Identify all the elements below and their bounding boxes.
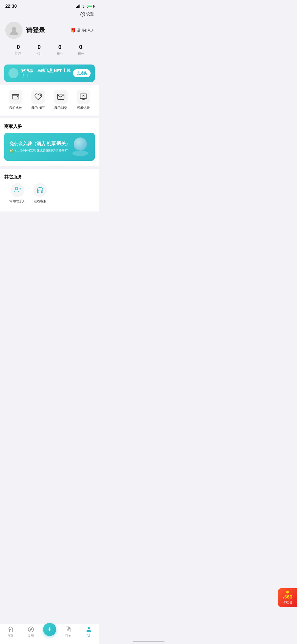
stat-num-dongtai: 0: [17, 44, 20, 50]
svg-point-7: [15, 187, 18, 190]
battery-icon: [87, 5, 94, 8]
avatar[interactable]: [5, 22, 22, 39]
invite-label: 邀请有礼>: [77, 28, 94, 33]
service-item-support[interactable]: 在线客服: [33, 183, 47, 204]
services-grid: 常用联系人 在线客服: [4, 183, 95, 204]
svg-rect-1: [12, 94, 19, 99]
quick-item-nft[interactable]: 我的 NFT: [31, 90, 45, 110]
stat-label-fensi: 粉丝: [57, 52, 63, 56]
wallet-icon: [12, 93, 20, 101]
message-icon: [57, 93, 65, 101]
svg-rect-4: [80, 94, 87, 99]
signal-icon: [76, 5, 81, 8]
merchant-banner-sub: ✅ 7天·24小时实时在线自主维护价格库存: [10, 148, 70, 153]
nft-banner[interactable]: 好消息：马踏飞燕 NFT 上线了！ 去兑换: [4, 65, 95, 82]
wifi-icon: [82, 5, 86, 8]
service-label-contacts: 常用联系人: [10, 199, 25, 204]
support-icon: [36, 186, 44, 194]
stat-label-jifen: 积分: [78, 52, 84, 56]
quick-label-message: 我的消息: [54, 106, 67, 110]
quick-nav-section: 我的钱包 我的 NFT 我的消息: [0, 85, 99, 116]
other-services-section: 其它服务 常用联系人 在线客服: [0, 169, 99, 211]
settings-label: 设置: [86, 12, 94, 17]
merchant-3d-decoration: [71, 137, 89, 156]
quick-label-history: 观看记录: [77, 106, 90, 110]
quick-item-message[interactable]: 我的消息: [54, 90, 68, 110]
nft-exchange-button[interactable]: 去兑换: [73, 69, 91, 77]
status-time: 22:30: [5, 4, 17, 9]
svg-point-0: [12, 27, 16, 31]
stats-row: 0 动态 0 关注 0 粉丝 0 积分: [5, 39, 94, 58]
merchant-banner-title: 免佣金入驻（酒店·机票·医美）: [10, 141, 70, 147]
merchant-banner[interactable]: 免佣金入驻（酒店·机票·医美） ✅ 7天·24小时实时在线自主维护价格库存: [4, 133, 95, 161]
settings-button[interactable]: 设置: [80, 12, 94, 17]
profile-section: 请登录 🎁 邀请有礼> 0 动态 0 关注 0 粉丝 0 积分: [0, 19, 99, 62]
invite-button[interactable]: 🎁 邀请有礼>: [70, 28, 94, 33]
stat-item-dongtai[interactable]: 0 动态: [15, 44, 21, 56]
login-button[interactable]: 请登录: [26, 26, 45, 35]
nft-icon: [34, 93, 42, 101]
nft-banner-text: 好消息：马踏飞燕 NFT 上线了！: [21, 68, 73, 78]
quick-item-wallet[interactable]: 我的钱包: [9, 90, 22, 110]
other-services-title: 其它服务: [4, 174, 95, 180]
quick-nav: 我的钱包 我的 NFT 我的消息: [4, 90, 95, 110]
contacts-icon: [14, 186, 21, 194]
stat-num-jifen: 0: [79, 44, 82, 50]
service-item-contacts[interactable]: 常用联系人: [10, 183, 25, 204]
quick-label-nft: 我的 NFT: [31, 106, 45, 110]
nft-avatar: [8, 68, 18, 78]
gift-icon: 🎁: [70, 28, 76, 33]
quick-label-wallet: 我的钱包: [9, 106, 22, 110]
merchant-section: 商家入驻 免佣金入驻（酒店·机票·医美） ✅ 7天·24小时实时在线自主维护价格…: [0, 118, 99, 166]
stat-num-guanzhu: 0: [37, 44, 41, 50]
status-bar: 22:30: [0, 0, 99, 11]
stat-item-jifen[interactable]: 0 积分: [78, 44, 84, 56]
quick-item-history[interactable]: 观看记录: [77, 90, 90, 110]
stat-item-guanzhu[interactable]: 0 关注: [36, 44, 42, 56]
stat-item-fensi[interactable]: 0 粉丝: [57, 44, 63, 56]
merchant-section-title: 商家入驻: [4, 123, 95, 130]
settings-icon: [80, 12, 85, 17]
settings-row: 设置: [0, 11, 99, 19]
history-icon: [79, 93, 87, 101]
check-icon: ✅: [10, 149, 13, 153]
stat-label-dongtai: 动态: [15, 52, 21, 56]
stat-num-fensi: 0: [58, 44, 62, 50]
stat-label-guanzhu: 关注: [36, 52, 42, 56]
service-label-support: 在线客服: [34, 199, 46, 204]
status-icons: [76, 5, 94, 8]
avatar-placeholder-icon: [9, 25, 19, 36]
